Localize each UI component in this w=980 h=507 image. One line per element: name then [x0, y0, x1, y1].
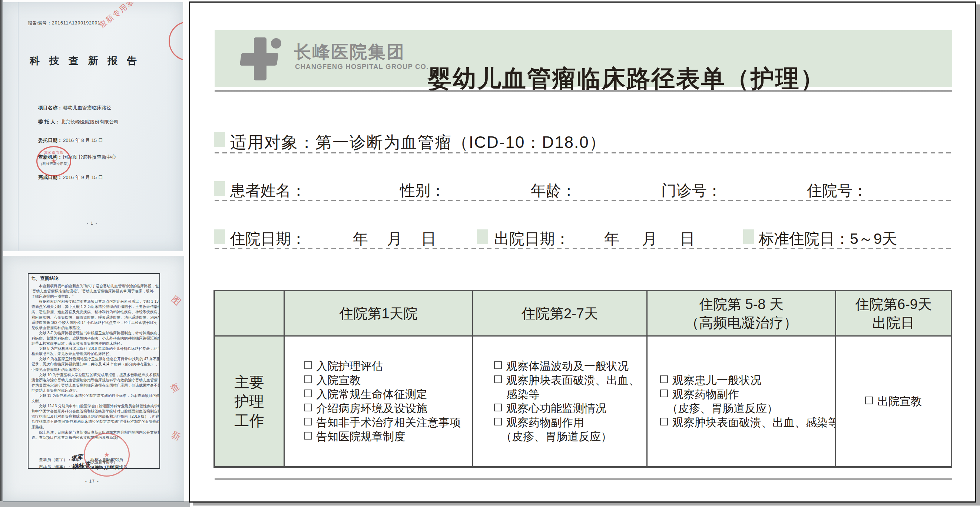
table-header-day1: 住院第1天院 [285, 291, 473, 337]
stamp-star-icon: ★ [51, 158, 56, 164]
checklist-item-label: 观察药物副作用 [506, 416, 584, 428]
conclusion-line: 治疗指南均不是依据“医疗机构临床路径的制定与实施”行业标准制定的血管瘤临 [32, 419, 159, 424]
conclusion-line: 文献。 [32, 398, 159, 404]
page-number: - 1 - [87, 221, 98, 225]
green-bullet-icon [477, 229, 488, 244]
checklist-item-label: 感染等 [506, 388, 540, 400]
checkbox-icon[interactable] [304, 375, 312, 383]
scanned-report-conclusion-page: 七、查新结论 本查新项目提出的查新点为“制订了适合婴幼儿血管瘤诊治的临床路径，包… [3, 256, 184, 502]
year-label: 年 [353, 229, 368, 249]
table-body-row: 主要 护理 工作 入院护理评估入院宣教入院常规生命体征测定介绍病房环境及设设施告… [215, 337, 951, 466]
day-label: 日 [680, 229, 695, 249]
checklist-item-label: 入院常规生命体征测定 [316, 388, 427, 400]
admit-date-label: 住院日期： [230, 229, 306, 249]
checklist-item: 观察心功能监测情况 [494, 401, 646, 415]
checklist-item: 入院宣教 [304, 373, 472, 387]
table-cell-discharge-tasks: 出院宣教 [836, 337, 951, 466]
footer-divider [215, 478, 952, 480]
conclusion-text: 本查新项目提出的查新点为“制订了适合婴幼儿血管瘤诊治的临床路径，包括‘婴幼儿血管… [32, 283, 159, 440]
checkbox-icon[interactable] [660, 375, 668, 383]
checkbox-icon[interactable] [660, 418, 668, 426]
checklist-item-label: 观察患儿一般状况 [672, 374, 761, 386]
checklist-item: 告知非手术治疗相关注意事项 [304, 415, 472, 429]
green-bullet-icon [743, 229, 754, 244]
checkbox-icon[interactable] [494, 361, 502, 369]
pathway-table: 住院第1天院 住院第2-7天 住院第 5-8 天 （高频电凝治疗） 住院第6-9… [213, 290, 952, 468]
conclusion-line: 床路径。 [32, 425, 159, 430]
stamp-arc-text: 国家图书馆 [44, 150, 64, 155]
conclusion-line: 文献 11 为医疗机构临床路径的制定与实施的行业标准，为本查新项目的依据 [32, 393, 159, 398]
form-title: 婴幼儿血管瘤临床路径表单（护理） [428, 63, 825, 95]
checkbox-icon[interactable] [494, 404, 502, 412]
red-stamp-fragment-icon: 图 [169, 293, 183, 308]
checkbox-icon[interactable] [494, 375, 502, 383]
report-field: 项目名称：婴幼儿血管瘤临床路径 [38, 105, 111, 111]
hospital-name-en: CHANGFENG HOSPITAL GROUP CO. [295, 63, 428, 71]
year-label: 年 [604, 229, 619, 249]
checkbox-icon[interactable] [304, 418, 312, 426]
sex-label: 性别： [400, 181, 445, 201]
checklist-item: 入院常规生命体征测定 [304, 387, 472, 401]
age-label: 年龄： [531, 181, 576, 201]
table-cell-day5-8-tasks: 观察患儿一般状况观察药物副作（皮疹、胃肠道反应）观察肿块表面破溃、出血、感染等 [648, 337, 836, 466]
green-bullet-icon [214, 229, 225, 244]
checkbox-icon[interactable] [660, 389, 668, 397]
conclusion-line: 本查新项目提出的查新点为“制订了适合婴幼儿血管瘤诊治的临床路径，包括 [32, 283, 159, 289]
report-cover-fields: 项目名称：婴幼儿血管瘤临床路径委 托 人：北京长峰医院股份有限公司委托日期：20… [3, 2, 183, 251]
checklist-item: 观察药物副作 [660, 387, 835, 401]
month-label: 月 [387, 229, 402, 249]
conclusion-line: 病、恶性肿瘤、造血器官及免疫疾病、精神和行为精神性疾病、神经系统疾病、眼 [32, 310, 159, 315]
standard-stay-label: 标准住院日：5～9天 [759, 229, 897, 249]
table-header-corner [215, 291, 285, 337]
checklist-item: 介绍病房环境及设设施 [304, 401, 472, 415]
conclusion-line: 文献 12-13 分别为中华口腔医学会口腔颌面外科专业委员会脉管性疾病学组 [32, 404, 159, 409]
month-label: 月 [642, 229, 657, 249]
checklist-item-label: （皮疹、胃肠道反应） [667, 402, 778, 414]
row-label-main-nursing-work: 主要 护理 工作 [215, 337, 285, 466]
conclusion-line: 和附器疾病、心血管疾病、脑血管疾病、呼吸系统疾病、消化系统疾病、泌尿生殖 [32, 315, 159, 320]
conclusion-line: 综上所述，目前未见与查新项目查新点所述技术内容相同的国内公开文献报 [32, 430, 159, 435]
red-stamp-fragment-icon: 新 [169, 428, 182, 443]
checklist-item-label: 观察肿块表面破溃、出血、 [506, 374, 640, 386]
target-line: 适用对象：第一诊断为血管瘤（ICD-10：D18.0） [230, 132, 606, 153]
header-divider [215, 91, 952, 92]
checklist-item: 观察肿块表面破溃、出血、 [494, 373, 646, 387]
discharge-date-label: 出院日期： [494, 229, 570, 249]
checklist-item: （皮疹、胃肠道反应） [494, 429, 646, 443]
conclusion-line: 文献 10 为宁夏医科大学总医院的研究成果报道，提及多普勒超声技术跟踪监 [32, 372, 159, 378]
conclusion-line: 文献 3-7 为临床路径管理丛书中根据卫生部临床路径制定，针对肿瘤疾病、外 [32, 331, 159, 336]
hospital-logo-icon [240, 37, 284, 80]
checkbox-icon[interactable] [865, 397, 873, 404]
checkbox-icon[interactable] [304, 404, 312, 412]
conclusion-line: ‘婴幼儿血管瘤标准住院流程’、‘婴幼儿血管瘤临床路径表单’用于临床，填补 [32, 289, 159, 294]
table-header-day6-9: 住院第6-9天 出院日 [836, 291, 951, 337]
logo-cross-bar [254, 37, 267, 80]
green-bullet-icon [214, 181, 225, 196]
logo-dot-icon [271, 38, 281, 49]
checkbox-icon[interactable] [304, 432, 312, 440]
checkbox-icon[interactable] [304, 389, 312, 397]
conclusion-line: 经手工检索该书目次，未见收录血管瘤病种的临床路径。 [32, 341, 159, 346]
form-header-band: 长峰医院集团 CHANGFENG HOSPITAL GROUP CO. 婴幼儿血… [215, 30, 952, 87]
clinical-pathway-form-page: 长峰医院集团 CHANGFENG HOSPITAL GROUP CO. 婴幼儿血… [189, 2, 976, 502]
checklist-item-label: 观察体温波动及一般状况 [506, 360, 628, 372]
conclusion-line: 了临床路径的一项空白。” [32, 294, 159, 299]
screen-left-edge [0, 0, 3, 507]
checklist-item-label: 观察药物副作 [672, 388, 739, 400]
checkbox-icon[interactable] [304, 361, 312, 369]
table-header-row: 住院第1天院 住院第2-7天 住院第 5-8 天 （高频电凝治疗） 住院第6-9… [215, 291, 951, 337]
checklist-item-label: 入院宣教 [316, 374, 361, 386]
checklist-item-label: 介绍病房环境及设设施 [316, 402, 427, 414]
checklist-item: 观察患儿一般状况 [660, 373, 835, 387]
red-stamp-fragment-icon: 查 [168, 380, 182, 395]
checklist-item-label: 告知医院规章制度 [316, 430, 405, 442]
conclusion-line: 中未见血管瘤病种的临床路径。 [32, 367, 159, 372]
checklist-item: 观察肿块表面破溃、出血、感染等 [660, 415, 835, 429]
hospital-name-cn: 长峰医院集团 [294, 40, 405, 64]
checklist-item-label: 观察肿块表面破溃、出血、感染等 [672, 416, 836, 428]
conclusion-line: 文献 8 为吉林科学技术出版社 2016 年出版的小儿外科临床路径专著，经手工 [32, 346, 159, 351]
table-header-day2-7: 住院第2-7天 [473, 291, 648, 337]
checkbox-icon[interactable] [494, 418, 502, 426]
handwritten-signature: 李军 [71, 453, 84, 462]
conclusion-line: 疗婴幼儿血管瘤的临床路径。 [32, 388, 159, 393]
